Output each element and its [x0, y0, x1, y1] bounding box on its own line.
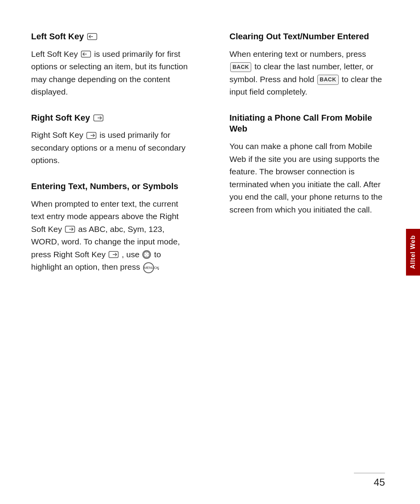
- sidebar-tab: Alltel Web: [406, 229, 420, 276]
- left-soft-key-heading: Left Soft Key: [31, 31, 191, 42]
- sidebar-tab-label: Alltel Web: [410, 235, 416, 269]
- initiating-call-heading: Initiating a Phone Call From Mobile Web: [229, 112, 389, 135]
- nav-icon-entering: [142, 250, 151, 259]
- section-initiating-call: Initiating a Phone Call From Mobile Web …: [229, 112, 389, 216]
- clearing-text-body: When entering text or numbers, press BAC…: [229, 48, 389, 98]
- initiating-call-body: You can make a phone call from Mobile We…: [229, 140, 389, 216]
- left-soft-key-inline-icon: [81, 51, 91, 58]
- section-clearing-text: Clearing Out Text/Number Entered When en…: [229, 31, 389, 98]
- back-key-icon-2: BACK: [317, 75, 338, 85]
- left-soft-key-body: Left Soft Key is used primarily for firs…: [31, 48, 191, 98]
- page: Left Soft Key Left Soft Key is used prim: [0, 0, 420, 504]
- right-soft-key-body: Right Soft Key is used primarily for sec…: [31, 129, 191, 167]
- clearing-text-heading: Clearing Out Text/Number Entered: [229, 31, 389, 42]
- page-number: 45: [374, 476, 385, 488]
- section-entering-text: Entering Text, Numbers, or Symbols When …: [31, 181, 191, 274]
- right-soft-key-entering-icon: [65, 226, 75, 233]
- section-left-soft-key: Left Soft Key Left Soft Key is used prim: [31, 31, 191, 98]
- left-soft-key-heading-icon: [87, 33, 97, 40]
- content-area: Left Soft Key Left Soft Key is used prim: [0, 31, 420, 434]
- section-right-soft-key: Right Soft Key Right Soft Key is used pr: [31, 112, 191, 167]
- entering-text-heading: Entering Text, Numbers, or Symbols: [31, 181, 191, 192]
- right-soft-key-entering-icon2: [108, 251, 119, 258]
- footer-divider: [354, 473, 385, 474]
- right-soft-key-heading-icon: [93, 114, 103, 121]
- right-soft-key-heading: Right Soft Key: [31, 112, 191, 124]
- right-soft-key-inline-icon: [86, 132, 96, 139]
- left-column: Left Soft Key Left Soft Key is used prim: [31, 31, 198, 434]
- ok-icon-entering: MENUOK: [143, 262, 154, 273]
- right-column: Clearing Out Text/Number Entered When en…: [222, 31, 389, 434]
- back-key-icon-1: BACK: [230, 62, 251, 72]
- entering-text-body: When prompted to enter text, the current…: [31, 198, 191, 274]
- page-footer: 45: [354, 473, 385, 489]
